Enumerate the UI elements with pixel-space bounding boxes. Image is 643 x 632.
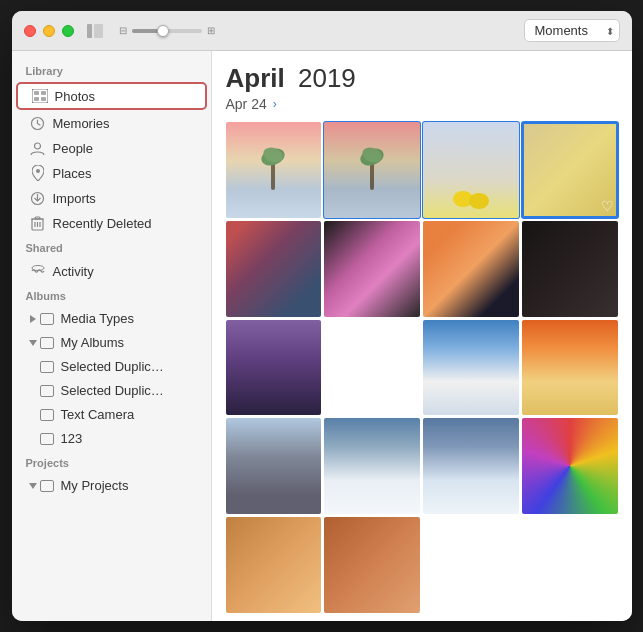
toolbar-controls: ⊟ ⊞ — [86, 22, 220, 40]
sidebar-item-media-types[interactable]: Media Types — [16, 307, 207, 330]
sidebar-item-text-camera[interactable]: Text Camera — [16, 403, 207, 426]
photo-cell-17[interactable] — [226, 517, 322, 613]
memories-label: Memories — [53, 116, 110, 131]
date-nav-label: Apr 24 — [226, 96, 267, 112]
sidebar-item-selected-duplic-1[interactable]: Selected Duplic… — [16, 355, 207, 378]
photo-cell-14[interactable] — [324, 418, 420, 514]
photo-image-14 — [324, 418, 420, 514]
photo-image-15 — [423, 418, 519, 514]
photo-cell-12[interactable] — [522, 320, 618, 416]
people-icon — [30, 140, 46, 156]
sidebar-item-123[interactable]: 123 — [16, 427, 207, 450]
album-icon-4 — [40, 433, 54, 445]
photo-image-17 — [226, 517, 322, 613]
photo-cell-2[interactable] — [324, 122, 420, 218]
album-icon-2 — [40, 385, 54, 397]
photo-cell-4[interactable]: ♡ — [522, 122, 618, 218]
photo-cell-15[interactable] — [423, 418, 519, 514]
my-albums-label: My Albums — [61, 335, 125, 350]
photo-cell-10[interactable] — [324, 320, 420, 416]
photo-cell-7[interactable] — [423, 221, 519, 317]
zoom-slider-container: ⊟ ⊞ — [114, 22, 220, 40]
photo-cell-6[interactable] — [324, 221, 420, 317]
recently-deleted-label: Recently Deleted — [53, 216, 152, 231]
photo-cell-9[interactable] — [226, 320, 322, 416]
zoom-in-icon: ⊞ — [202, 22, 220, 40]
photo-image-1 — [226, 122, 322, 218]
photo-image-5 — [226, 221, 322, 317]
projects-expand-icon — [29, 483, 37, 489]
content-title-light: 2019 — [298, 63, 356, 93]
view-dropdown[interactable]: Moments Years Collections — [524, 19, 620, 42]
view-dropdown-wrapper: Moments Years Collections ⬍ — [524, 19, 620, 42]
sidebar-item-imports[interactable]: Imports — [16, 186, 207, 210]
zoom-slider-track[interactable] — [132, 29, 202, 33]
trash-icon — [30, 215, 46, 231]
sidebar-item-people[interactable]: People — [16, 136, 207, 160]
main-content: Library Photos — [12, 51, 632, 621]
sidebar-item-my-albums[interactable]: My Albums — [16, 331, 207, 354]
content-header: April 2019 Apr 24 › — [226, 63, 618, 112]
sidebar-item-photos[interactable]: Photos — [16, 82, 207, 110]
sidebar-item-places[interactable]: Places — [16, 161, 207, 185]
photo-image-9 — [226, 320, 322, 416]
photo-cell-3[interactable] — [423, 122, 519, 218]
content-title-bold: April — [226, 63, 285, 93]
photo-cell-11[interactable] — [423, 320, 519, 416]
svg-rect-1 — [94, 24, 103, 38]
maximize-button[interactable] — [62, 25, 74, 37]
svg-rect-4 — [41, 91, 46, 95]
photo-cell-18[interactable] — [324, 517, 420, 613]
titlebar: ⊟ ⊞ Moments Years Collections ⬍ — [12, 11, 632, 51]
folder-icon-2 — [40, 337, 54, 349]
photos-icon — [32, 88, 48, 104]
svg-point-8 — [35, 143, 41, 149]
minimize-button[interactable] — [43, 25, 55, 37]
photo-cell-13[interactable] — [226, 418, 322, 514]
people-label: People — [53, 141, 93, 156]
sidebar-item-memories[interactable]: Memories — [16, 111, 207, 135]
photo-cell-8[interactable] — [522, 221, 618, 317]
library-section-label: Library — [12, 59, 211, 81]
svg-point-26 — [469, 193, 489, 209]
activity-label: Activity — [53, 264, 94, 279]
main-window: ⊟ ⊞ Moments Years Collections ⬍ Li — [12, 11, 632, 621]
sidebar-item-activity[interactable]: Activity — [16, 259, 207, 283]
photo-image-12 — [522, 320, 618, 416]
photo-image-2 — [324, 122, 420, 218]
sidebar-item-selected-duplic-2[interactable]: Selected Duplic… — [16, 379, 207, 402]
svg-rect-0 — [87, 24, 92, 38]
photo-image-3 — [423, 122, 519, 218]
close-button[interactable] — [24, 25, 36, 37]
svg-rect-14 — [35, 217, 40, 219]
places-icon — [30, 165, 46, 181]
photo-grid: ♡ — [226, 122, 618, 613]
media-types-label: Media Types — [61, 311, 134, 326]
photo-image-6 — [324, 221, 420, 317]
album-icon-1 — [40, 361, 54, 373]
photo-image-8 — [522, 221, 618, 317]
photo-image-11 — [423, 320, 519, 416]
photo-cell-16[interactable] — [522, 418, 618, 514]
photo-image-7 — [423, 221, 519, 317]
photo-cell-1[interactable] — [226, 122, 322, 218]
svg-rect-3 — [34, 91, 39, 95]
albums-section-label: Albums — [12, 284, 211, 306]
my-projects-label: My Projects — [61, 478, 129, 493]
projects-folder-icon — [40, 480, 54, 492]
sidebar-toggle-icon[interactable] — [86, 22, 104, 40]
memories-icon — [30, 115, 46, 131]
favorite-icon: ♡ — [601, 198, 614, 214]
date-nav-arrow-icon[interactable]: › — [273, 97, 277, 111]
zoom-out-icon: ⊟ — [114, 22, 132, 40]
svg-rect-5 — [34, 97, 39, 101]
content-area: April 2019 Apr 24 › ♡ — [212, 51, 632, 621]
text-camera-label: Text Camera — [61, 407, 135, 422]
svg-point-9 — [36, 169, 40, 173]
photo-cell-5[interactable] — [226, 221, 322, 317]
shared-section-label: Shared — [12, 236, 211, 258]
sidebar: Library Photos — [12, 51, 212, 621]
imports-label: Imports — [53, 191, 96, 206]
sidebar-item-recently-deleted[interactable]: Recently Deleted — [16, 211, 207, 235]
sidebar-item-my-projects[interactable]: My Projects — [16, 474, 207, 497]
